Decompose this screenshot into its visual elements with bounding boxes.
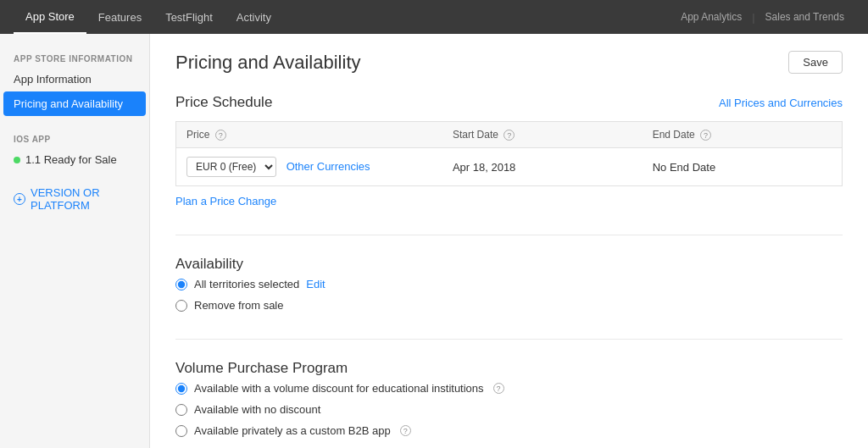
nav-testflight[interactable]: TestFlight (153, 0, 225, 34)
price-row: EUR 0 (Free) Other Currencies Apr 18, 20… (176, 148, 843, 186)
price-help-icon[interactable]: ? (215, 130, 226, 141)
availability-section: Availability All territories selected Ed… (175, 256, 843, 312)
price-schedule-section: Price Schedule All Prices and Currencies… (175, 94, 843, 207)
availability-remove-from-sale[interactable]: Remove from sale (175, 299, 843, 312)
layout: APP STORE INFORMATION App Information Pr… (0, 34, 868, 448)
nav-app-store[interactable]: App Store (14, 0, 86, 34)
col-header-start: Start Date ? (442, 122, 643, 148)
sidebar-item-pricing[interactable]: Pricing and Availability (3, 91, 146, 116)
availability-all-territories[interactable]: All territories selected Edit (175, 278, 843, 290)
nav-features[interactable]: Features (86, 0, 153, 34)
start-date-cell: Apr 18, 2018 (442, 148, 643, 186)
ready-for-sale-dot (14, 157, 20, 163)
page-title: Pricing and Availability (175, 52, 361, 74)
col-header-price: Price ? (176, 122, 442, 148)
vpp-no-discount-label: Available with no discount (194, 403, 320, 416)
divider-1 (175, 235, 843, 235)
availability-edit-link[interactable]: Edit (306, 278, 325, 290)
sidebar-item-ready-for-sale[interactable]: 1.1 Ready for Sale (0, 147, 149, 172)
vpp-discount-label: Available with a volume discount for edu… (194, 382, 484, 395)
vpp-option-no-discount[interactable]: Available with no discount (175, 403, 843, 416)
version-plus-icon: + (14, 193, 25, 205)
all-prices-link[interactable]: All Prices and Currencies (719, 97, 843, 109)
availability-radio-group: All territories selected Edit Remove fro… (175, 278, 843, 312)
vpp-section: Volume Purchase Program Available with a… (175, 360, 843, 437)
vpp-b2b-label: Available privately as a custom B2B app (194, 424, 391, 437)
vpp-no-discount-radio[interactable] (175, 404, 187, 416)
top-nav-right: App Analytics | Sales and Trends (670, 11, 854, 24)
price-schedule-header: Price Schedule All Prices and Currencies (175, 94, 843, 111)
main-header: Pricing and Availability Save (175, 51, 843, 74)
plan-price-change-link[interactable]: Plan a Price Change (175, 195, 276, 207)
vpp-title: Volume Purchase Program (175, 360, 843, 377)
vpp-radio-group: Available with a volume discount for edu… (175, 382, 843, 437)
main-content: Pricing and Availability Save Price Sche… (150, 34, 868, 448)
vpp-discount-radio[interactable] (175, 383, 187, 395)
vpp-discount-help-icon[interactable]: ? (493, 383, 504, 394)
start-date-help-icon[interactable]: ? (504, 130, 515, 141)
vpp-option-discount[interactable]: Available with a volume discount for edu… (175, 382, 843, 395)
col-header-end: End Date ? (643, 122, 843, 148)
sidebar-section-appstore: APP STORE INFORMATION (0, 47, 149, 67)
availability-remove-radio[interactable] (175, 300, 187, 312)
sidebar-item-ready-label: 1.1 Ready for Sale (25, 153, 117, 166)
sidebar-section-ios: IOS APP (0, 128, 149, 147)
nav-app-analytics[interactable]: App Analytics (670, 11, 752, 23)
save-button[interactable]: Save (788, 51, 843, 74)
availability-all-territories-radio[interactable] (175, 279, 187, 290)
price-select[interactable]: EUR 0 (Free) (186, 157, 276, 177)
sidebar-item-app-info[interactable]: App Information (0, 67, 149, 91)
availability-title: Availability (175, 256, 843, 273)
vpp-option-b2b[interactable]: Available privately as a custom B2B app … (175, 424, 843, 437)
availability-all-territories-label: All territories selected (194, 278, 299, 290)
divider-2 (175, 339, 843, 340)
nav-sales-trends[interactable]: Sales and Trends (755, 11, 854, 23)
vpp-b2b-radio[interactable] (175, 425, 187, 437)
top-nav-left: App Store Features TestFlight Activity (14, 0, 283, 34)
other-currencies-link[interactable]: Other Currencies (287, 160, 370, 173)
price-schedule-title: Price Schedule (175, 94, 272, 111)
end-date-help-icon[interactable]: ? (700, 130, 711, 141)
vpp-b2b-help-icon[interactable]: ? (400, 425, 411, 436)
price-table: Price ? Start Date ? End Date ? (175, 121, 843, 186)
sidebar: APP STORE INFORMATION App Information Pr… (0, 34, 150, 448)
price-cell: EUR 0 (Free) Other Currencies (176, 148, 442, 186)
end-date-cell: No End Date (643, 148, 843, 186)
nav-activity[interactable]: Activity (225, 0, 283, 34)
sidebar-item-version[interactable]: + VERSION OR PLATFORM (0, 180, 149, 218)
plan-price-change-container: Plan a Price Change (175, 195, 843, 207)
top-nav: App Store Features TestFlight Activity A… (0, 0, 868, 34)
sidebar-item-version-label: VERSION OR PLATFORM (31, 186, 136, 212)
availability-remove-label: Remove from sale (194, 299, 283, 312)
